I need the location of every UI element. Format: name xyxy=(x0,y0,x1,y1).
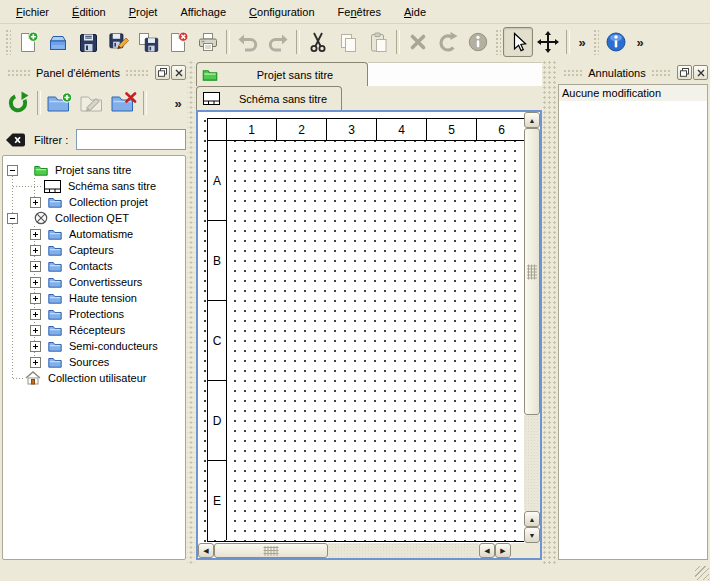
tree-item-schema[interactable]: Schéma sans titre xyxy=(3,178,185,194)
cut-button[interactable] xyxy=(303,27,333,57)
window-resize-grip[interactable] xyxy=(695,566,709,580)
scroll-up-button[interactable]: ▲ xyxy=(524,112,540,128)
tree-item-project[interactable]: Projet sans titre xyxy=(3,162,185,178)
tree-item-automatisme[interactable]: Automatisme xyxy=(3,226,185,242)
move-cross-icon xyxy=(537,31,559,53)
edit-category-icon xyxy=(79,92,105,114)
qet-information-button[interactable] xyxy=(601,27,631,57)
filter-input[interactable] xyxy=(76,129,186,150)
column-header: 2 xyxy=(277,119,327,140)
panel-overflow-button[interactable]: » xyxy=(168,88,188,118)
elements-panel-titlebar[interactable]: Panel d'éléments xyxy=(2,63,186,82)
left-splitter-handle[interactable] xyxy=(187,60,195,565)
home-icon xyxy=(25,371,41,385)
reload-collections-button[interactable] xyxy=(2,88,34,118)
collapse-expander-icon[interactable] xyxy=(7,213,18,224)
expand-expander-icon[interactable] xyxy=(30,293,41,304)
paste-button[interactable] xyxy=(363,27,393,57)
clear-filter-button[interactable] xyxy=(5,131,27,149)
tree-item-haute-tension[interactable]: Haute tension xyxy=(3,290,185,306)
undo-button[interactable] xyxy=(233,27,263,57)
tree-item-collection-utilisateur[interactable]: Collection utilisateur xyxy=(3,370,185,386)
expand-expander-icon[interactable] xyxy=(30,229,41,240)
overflow-chevron-icon: » xyxy=(174,96,181,111)
select-mode-button[interactable] xyxy=(503,27,533,57)
right-splitter-handle[interactable] xyxy=(543,60,556,565)
expand-expander-icon[interactable] xyxy=(30,245,41,256)
tree-item-semi-conducteurs[interactable]: Semi-conducteurs xyxy=(3,338,185,354)
float-panel-button[interactable] xyxy=(677,65,692,80)
tree-item-collection-projet[interactable]: Collection projet xyxy=(3,194,185,210)
menu-edition[interactable]: Édition xyxy=(62,3,116,21)
redo-button[interactable] xyxy=(263,27,293,57)
new-document-button[interactable] xyxy=(13,27,43,57)
scroll-left-button[interactable]: ◀ xyxy=(198,543,214,558)
schema-icon xyxy=(44,180,61,193)
tree-item-protections[interactable]: Protections xyxy=(3,306,185,322)
horizontal-scrollbar[interactable]: ◀ ◀ ▶ xyxy=(198,543,524,558)
horizontal-scroll-thumb[interactable] xyxy=(214,543,328,558)
delete-category-button[interactable] xyxy=(108,88,140,118)
element-information-button[interactable] xyxy=(463,27,493,57)
undo-panel-titlebar[interactable]: Annulations xyxy=(558,63,708,82)
move-mode-button[interactable] xyxy=(533,27,563,57)
horizontal-scroll-track[interactable] xyxy=(328,543,479,558)
undo-list-item[interactable]: Aucune modification xyxy=(559,85,707,101)
tab-schema[interactable]: Schéma sans titre xyxy=(196,86,342,110)
toolbar-drag-handle[interactable] xyxy=(5,29,11,55)
menu-fichier[interactable]: Fichier xyxy=(6,3,59,21)
scroll-left-button[interactable]: ◀ xyxy=(479,543,495,558)
vertical-scrollbar[interactable]: ▲ ▲ ▼ xyxy=(524,112,540,543)
delete-button[interactable] xyxy=(403,27,433,57)
expand-expander-icon[interactable] xyxy=(30,309,41,320)
toolbar-drag-handle[interactable] xyxy=(495,29,501,55)
scroll-down-button[interactable]: ▼ xyxy=(524,527,540,543)
close-document-button[interactable] xyxy=(163,27,193,57)
tree-item-capteurs[interactable]: Capteurs xyxy=(3,242,185,258)
tab-project[interactable]: Projet sans titre xyxy=(196,62,368,86)
scroll-right-button[interactable]: ▶ xyxy=(495,543,511,558)
print-button[interactable] xyxy=(193,27,223,57)
expand-expander-icon[interactable] xyxy=(30,325,41,336)
tree-item-contacts[interactable]: Contacts xyxy=(3,258,185,274)
toolbar-overflow-button[interactable]: » xyxy=(573,27,591,57)
open-project-button[interactable] xyxy=(43,27,73,57)
toolbar-drag-handle[interactable] xyxy=(593,29,599,55)
expand-expander-icon[interactable] xyxy=(30,261,41,272)
save-button[interactable] xyxy=(73,27,103,57)
filter-row: Filtrer : xyxy=(0,128,190,152)
scroll-up-button[interactable]: ▲ xyxy=(524,511,540,527)
collapse-expander-icon[interactable] xyxy=(7,165,18,176)
expand-expander-icon[interactable] xyxy=(30,341,41,352)
rotate-button[interactable] xyxy=(433,27,463,57)
tree-item-sources[interactable]: Sources xyxy=(3,354,185,370)
toolbar-overflow-button[interactable]: » xyxy=(631,27,649,57)
menu-configuration[interactable]: Configuration xyxy=(239,3,324,21)
menu-affichage[interactable]: Affichage xyxy=(170,3,236,21)
tree-item-collection-qet[interactable]: Collection QET xyxy=(3,210,185,226)
edit-category-button[interactable] xyxy=(76,88,108,118)
new-category-button[interactable] xyxy=(44,88,76,118)
save-all-button[interactable] xyxy=(133,27,163,57)
menu-fenetres[interactable]: Fenêtres xyxy=(328,3,391,21)
expand-expander-icon[interactable] xyxy=(30,197,41,208)
titlebar-texture xyxy=(125,69,149,77)
tree-item-convertisseurs[interactable]: Convertisseurs xyxy=(3,274,185,290)
overflow-chevron-icon: » xyxy=(636,35,643,50)
row-header: A xyxy=(208,141,226,221)
close-panel-button[interactable] xyxy=(693,65,708,80)
menu-projet[interactable]: Projet xyxy=(119,3,168,21)
vertical-scroll-track[interactable] xyxy=(524,415,540,511)
delete-icon xyxy=(407,31,429,53)
float-panel-button[interactable] xyxy=(155,65,170,80)
vertical-scroll-thumb[interactable] xyxy=(524,128,540,415)
expand-expander-icon[interactable] xyxy=(30,277,41,288)
reload-icon xyxy=(6,91,30,115)
tree-item-recepteurs[interactable]: Récepteurs xyxy=(3,322,185,338)
close-panel-button[interactable] xyxy=(171,65,186,80)
menu-aide[interactable]: Aide xyxy=(394,3,436,21)
save-as-button[interactable] xyxy=(103,27,133,57)
expand-expander-icon[interactable] xyxy=(30,357,41,368)
copy-button[interactable] xyxy=(333,27,363,57)
schema-canvas[interactable]: 1 2 3 4 5 6 A B C D E xyxy=(198,112,524,543)
